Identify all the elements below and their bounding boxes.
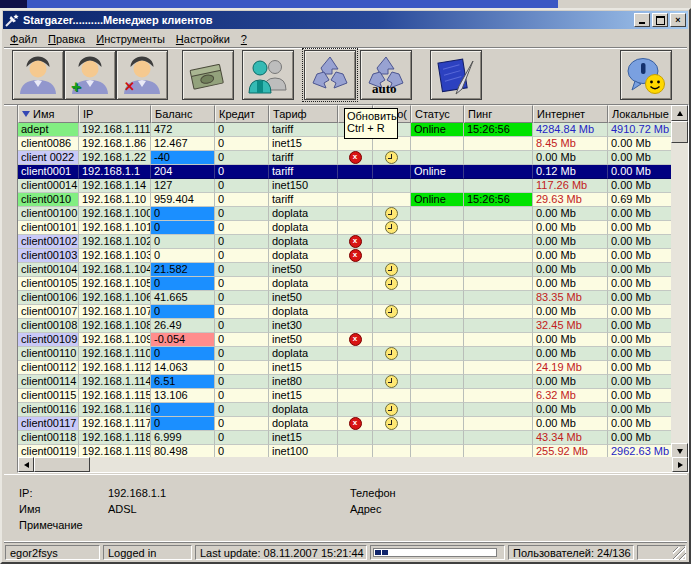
scroll-right-button[interactable]: [672, 457, 688, 472]
table-row[interactable]: client00116192.168.1.11600doplata0.00 Mb…: [18, 403, 688, 417]
cell: client00107: [18, 305, 79, 319]
menu-item-настройки[interactable]: Настройки: [176, 33, 230, 45]
table-row[interactable]: client00112192.168.1.11214.0630inet1524.…: [18, 361, 688, 375]
table-row[interactable]: client00102192.168.1.10200doplatax0.00 M…: [18, 235, 688, 249]
titlebar[interactable]: Stargazer..........Менеджер клиентов ×: [3, 11, 688, 29]
cell: [464, 277, 533, 291]
table-row[interactable]: client00118192.168.1.1186.9990inet1543.3…: [18, 431, 688, 445]
cell: [411, 403, 464, 417]
column-header-7[interactable]: Статус: [411, 105, 464, 123]
column-header-0[interactable]: Имя: [18, 105, 79, 123]
user-groups-button[interactable]: [242, 50, 294, 100]
table-row[interactable]: client00115192.168.1.11513.1060inet156.3…: [18, 389, 688, 403]
cell: [373, 249, 411, 263]
table-row[interactable]: client00014192.168.1.141270inet150117.26…: [18, 179, 688, 193]
table-row[interactable]: client00106192.168.1.10641.6650inet5083.…: [18, 291, 688, 305]
cell: [373, 319, 411, 333]
about-button[interactable]: [620, 50, 672, 100]
refresh-button[interactable]: [304, 50, 356, 100]
scroll-up-button[interactable]: [671, 105, 688, 121]
cell: 15:26:56: [464, 193, 533, 207]
cell: 0.00 Mb: [608, 137, 673, 151]
log-button[interactable]: [430, 50, 482, 100]
cell: [338, 263, 373, 277]
maximize-button[interactable]: [652, 13, 668, 27]
table-body: adept192.168.1.1114720tariffOnline15:26:…: [18, 123, 688, 459]
table-row[interactable]: client 0022192.168.1.22-400tariffx0.00 M…: [18, 151, 688, 165]
menu-item-инструменты[interactable]: Инструменты: [96, 33, 165, 45]
add-user-button[interactable]: +: [64, 50, 116, 100]
menubar: ФайлПравкаИнструментыНастройки?: [4, 30, 687, 48]
cell: 192.168.1.105: [79, 277, 151, 291]
cell: 0.00 Mb: [608, 263, 673, 277]
horizontal-scrollbar[interactable]: [18, 457, 688, 472]
cell: 0: [215, 151, 269, 165]
cell: client00103: [18, 249, 79, 263]
table-row[interactable]: client00101192.168.1.10100doplata0.00 Mb…: [18, 221, 688, 235]
table-row[interactable]: client0086192.168.1.8612.4670inet158.45 …: [18, 137, 688, 151]
minimize-button[interactable]: [634, 13, 650, 27]
column-header-3[interactable]: Кредит: [215, 105, 269, 123]
cell: 192.168.1.112: [79, 361, 151, 375]
column-header-8[interactable]: Пинг: [464, 105, 533, 123]
column-header-9[interactable]: Интернет: [533, 105, 608, 123]
menu-item-?[interactable]: ?: [241, 33, 247, 45]
menu-item-правка[interactable]: Правка: [48, 33, 85, 45]
status-progress-section: [370, 545, 505, 560]
cell: [464, 333, 533, 347]
cell: 0: [151, 347, 215, 361]
column-header-2[interactable]: Баланс: [151, 105, 215, 123]
cell: 0: [151, 277, 215, 291]
table-row[interactable]: client00110192.168.1.11000doplata0.00 Mb…: [18, 347, 688, 361]
user-info-button[interactable]: [12, 50, 64, 100]
cell: client0010: [18, 193, 79, 207]
resize-grip[interactable]: [673, 547, 686, 560]
column-header-1[interactable]: IP: [79, 105, 151, 123]
vertical-scrollbar[interactable]: [671, 105, 688, 459]
table-row[interactable]: client00105192.168.1.10500doplata0.00 Mb…: [18, 277, 688, 291]
cell: client00109: [18, 333, 79, 347]
column-header-10[interactable]: Локальные р: [608, 105, 673, 123]
frozen-clock-icon: [385, 305, 398, 318]
cell: doplata: [269, 221, 338, 235]
table-row[interactable]: client00100192.168.1.10000doplata0.00 Mb…: [18, 207, 688, 221]
detail-address-label: Адрес: [350, 503, 382, 515]
vertical-scroll-thumb[interactable]: [671, 121, 688, 143]
cell: doplata: [269, 417, 338, 431]
table-row[interactable]: client00103192.168.1.10300doplatax0.00 M…: [18, 249, 688, 263]
payments-button[interactable]: [182, 50, 234, 100]
cell: [373, 137, 411, 151]
cell: 0.00 Mb: [608, 417, 673, 431]
cell: 0: [151, 249, 215, 263]
cell: [373, 389, 411, 403]
status-last-update: Last update: 08.11.2007 15:21:44: [195, 545, 367, 560]
client-table: ИмяIPБалансКредитТарифморо(СтатусПингИнт…: [17, 104, 689, 473]
cell: inet15: [269, 431, 338, 445]
table-row[interactable]: client0001192.168.1.12040tariffOnline0.1…: [18, 165, 688, 179]
column-header-4[interactable]: Тариф: [269, 105, 338, 123]
table-row[interactable]: client00109192.168.1.109-0.0540inet50x0.…: [18, 333, 688, 347]
table-row[interactable]: client00107192.168.1.10700doplata0.00 Mb…: [18, 305, 688, 319]
cell: 0: [215, 221, 269, 235]
progress-segment: [375, 550, 381, 555]
auto-refresh-button[interactable]: auto: [360, 50, 412, 100]
delete-user-button[interactable]: ✕: [116, 50, 168, 100]
cell: 0.00 Mb: [608, 277, 673, 291]
close-button[interactable]: ×: [670, 13, 686, 27]
menu-item-файл[interactable]: Файл: [10, 33, 37, 45]
cell: [338, 319, 373, 333]
cell: [464, 417, 533, 431]
table-row[interactable]: client00114192.168.1.1146.510inet800.00 …: [18, 375, 688, 389]
table-row[interactable]: client00117192.168.1.11700doplatax0.00 M…: [18, 417, 688, 431]
status-user-count: Пользователей: 24/136: [508, 545, 634, 560]
cell: 0: [215, 431, 269, 445]
table-row[interactable]: client0010192.168.1.10959.4040tariffOnli…: [18, 193, 688, 207]
scroll-left-button[interactable]: [18, 457, 34, 472]
table-row[interactable]: client00108192.168.1.10826.490inet3032.4…: [18, 319, 688, 333]
horizontal-scroll-thumb[interactable]: [34, 457, 90, 472]
cell: [373, 291, 411, 305]
cell: [411, 151, 464, 165]
cell: client0086: [18, 137, 79, 151]
table-row[interactable]: client00104192.168.1.10421.5820inet500.0…: [18, 263, 688, 277]
cell: 192.168.1.1: [79, 165, 151, 179]
